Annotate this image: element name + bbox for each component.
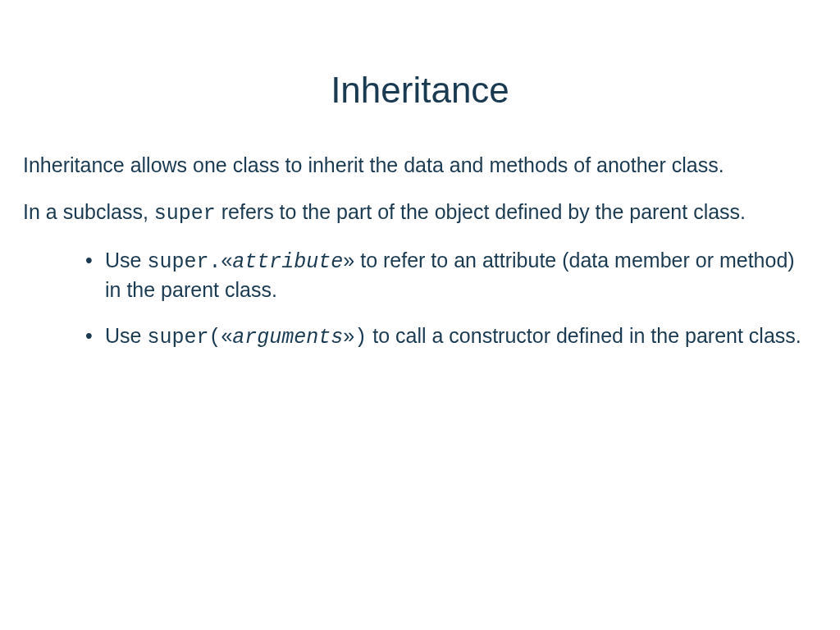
paragraph-1: Inheritance allows one class to inherit … — [23, 152, 824, 179]
slide-inheritance: Inheritance Inheritance allows one class… — [0, 0, 840, 630]
bullet2-guillemet-close: » — [343, 324, 354, 347]
bullet-list: Use super.«attribute» to refer to an att… — [23, 247, 824, 352]
bullet1-attribute: attribute — [232, 250, 343, 274]
slide-title: Inheritance — [0, 0, 840, 152]
bullet2-guillemet-open: « — [221, 324, 232, 347]
para2-text-pre: In a subclass, — [23, 200, 154, 223]
bullet2-code-close-paren: ) — [354, 326, 367, 349]
bullet-item-2: Use super(«arguments») to call a constru… — [85, 322, 807, 352]
bullet-item-1: Use super.«attribute» to refer to an att… — [85, 247, 807, 303]
bullet2-pre: Use — [105, 324, 147, 347]
bullet2-post: to call a constructor defined in the par… — [367, 324, 801, 347]
bullet1-pre: Use — [105, 249, 147, 272]
para2-text-post: refers to the part of the object defined… — [216, 200, 746, 223]
bullet1-guillemet-close: » — [343, 249, 354, 272]
paragraph-2: In a subclass, super refers to the part … — [23, 199, 824, 228]
bullet2-arguments: arguments — [232, 326, 343, 349]
para2-code-super: super — [154, 202, 216, 226]
bullet1-guillemet-open: « — [221, 249, 232, 272]
bullet2-code-super-open: super( — [147, 326, 221, 349]
bullet1-code-super: super. — [147, 250, 221, 274]
slide-content: Inheritance allows one class to inherit … — [0, 152, 840, 352]
